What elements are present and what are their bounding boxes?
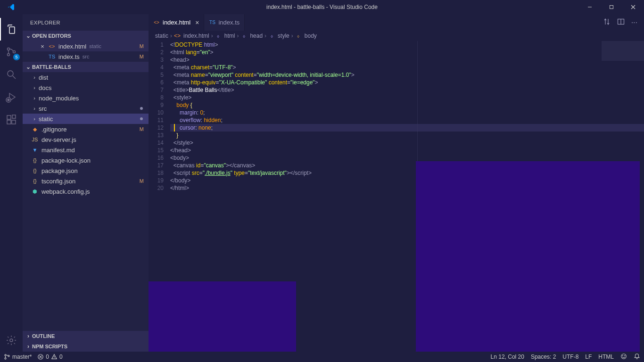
problems[interactable]: 0 0 (37, 354, 62, 360)
minimize-button[interactable] (579, 0, 601, 14)
svg-point-24 (621, 354, 627, 359)
svg-rect-11 (7, 120, 11, 124)
scm-badge: 5 (13, 54, 20, 60)
svg-point-19 (8, 355, 9, 357)
git-branch[interactable]: master* (4, 354, 32, 360)
file-item[interactable]: ◆.gitignoreM (23, 124, 149, 134)
chevron-down-icon: ⌄ (25, 64, 32, 70)
statusbar: master* 0 0 Ln 12, Col 20 Spaces: 2 UTF-… (0, 352, 644, 362)
outline-header[interactable]: ›Outline (23, 331, 149, 341)
file-icon: {} (31, 177, 39, 185)
close-icon[interactable]: × (39, 43, 46, 50)
chevron-right-icon: › (31, 95, 38, 101)
svg-point-6 (13, 51, 16, 53)
encoding[interactable]: UTF-8 (562, 354, 578, 360)
svg-line-8 (13, 76, 16, 79)
folder-item[interactable]: ›docs (23, 82, 149, 93)
chevron-right-icon: › (31, 74, 38, 80)
html-file-icon: <> (174, 33, 181, 39)
file-icon: ▼ (31, 146, 39, 154)
extensions-tab[interactable] (0, 108, 23, 131)
symbol-icon: ⬨ (295, 33, 302, 39)
sidebar: EXPLORER ⌄Open Editors × <> index.html s… (23, 14, 149, 352)
window-title: index.html - battle-balls - Visual Studi… (266, 4, 378, 10)
tab-index-ts[interactable]: TS index.ts (204, 14, 245, 31)
language-mode[interactable]: HTML (598, 354, 614, 360)
tab-index-html[interactable]: <> index.html × (149, 14, 204, 31)
file-icon: {} (31, 156, 39, 164)
chevron-right-icon: › (31, 85, 38, 90)
svg-rect-10 (7, 115, 11, 119)
scm-tab[interactable]: 5 (0, 41, 23, 63)
chevron-down-icon: ⌄ (25, 33, 32, 39)
html-file-icon: <> (48, 42, 56, 50)
search-tab[interactable] (0, 63, 23, 86)
file-item[interactable]: JSdev-server.js (23, 134, 149, 145)
titlebar: index.html - battle-balls - Visual Studi… (0, 0, 644, 14)
editor-ruler (417, 41, 418, 352)
symbol-icon: ⬨ (215, 33, 222, 39)
compare-changes-icon[interactable] (603, 18, 611, 27)
editor-tabs: <> index.html × TS index.ts ··· (149, 14, 644, 31)
workspace-header[interactable]: ⌄battle-balls (23, 62, 149, 72)
editor-pane[interactable]: 1234567891011121314151617181920 <!DOCTYP… (149, 41, 644, 352)
svg-point-7 (8, 71, 13, 76)
open-editor-item[interactable]: × <> index.html static M (23, 41, 149, 51)
svg-point-25 (622, 355, 623, 356)
file-icon: JS (31, 136, 39, 143)
editor-group: <> index.html × TS index.ts ··· static› … (149, 14, 644, 352)
folder-item[interactable]: ›static (23, 114, 149, 124)
close-icon[interactable]: × (195, 19, 199, 26)
sidebar-title: EXPLORER (23, 14, 149, 31)
svg-point-14 (10, 339, 13, 342)
indentation[interactable]: Spaces: 2 (531, 354, 556, 360)
close-button[interactable] (622, 0, 644, 14)
file-icon: ⬢ (31, 188, 39, 195)
symbol-icon: ⬨ (240, 33, 247, 39)
open-editor-item[interactable]: TS index.ts src M (23, 51, 149, 62)
symbol-icon: ⬨ (268, 33, 275, 39)
cursor-position[interactable]: Ln 12, Col 20 (491, 354, 524, 360)
settings-gear-icon[interactable] (0, 329, 23, 352)
folder-item[interactable]: ›node_modules (23, 93, 149, 103)
open-editors-header[interactable]: ⌄Open Editors (23, 31, 149, 41)
file-item[interactable]: {}tsconfig.jsonM (23, 176, 149, 186)
chevron-right-icon: › (25, 343, 32, 350)
code-content[interactable]: <!DOCTYPE html> <html lang="en"> <head> … (170, 41, 644, 352)
eol[interactable]: LF (585, 354, 592, 360)
svg-rect-1 (610, 6, 613, 9)
file-item[interactable]: {}package-lock.json (23, 155, 149, 165)
cursor-indicator (174, 124, 175, 132)
svg-point-17 (5, 354, 6, 356)
explorer-tab[interactable] (0, 18, 23, 41)
chevron-right-icon: › (31, 106, 38, 111)
svg-rect-12 (12, 120, 16, 124)
debug-tab[interactable] (0, 86, 23, 108)
html-file-icon: <> (153, 19, 160, 26)
svg-point-4 (8, 48, 10, 50)
svg-point-5 (8, 54, 10, 56)
ts-file-icon: TS (209, 19, 215, 26)
spacer (39, 53, 46, 60)
npm-scripts-header[interactable]: ›NPM Scripts (23, 341, 149, 352)
folder-item[interactable]: ›dist (23, 72, 149, 82)
line-numbers: 1234567891011121314151617181920 (149, 41, 170, 352)
svg-rect-13 (12, 115, 16, 118)
folder-item[interactable]: ›src (23, 103, 149, 114)
ts-file-icon: TS (48, 53, 56, 60)
feedback-icon[interactable] (620, 353, 627, 361)
chevron-right-icon: › (31, 116, 38, 122)
notifications-icon[interactable] (634, 353, 640, 361)
svg-point-26 (625, 355, 625, 356)
split-editor-icon[interactable] (617, 18, 625, 27)
more-actions-icon[interactable]: ··· (631, 18, 637, 27)
breadcrumb[interactable]: static› <>index.html› ⬨html› ⬨head› ⬨sty… (149, 31, 644, 41)
chevron-right-icon: › (25, 333, 32, 339)
vscode-logo-icon (0, 3, 23, 11)
file-item[interactable]: ⬢webpack.config.js (23, 186, 149, 197)
file-item[interactable]: ▼manifest.md (23, 145, 149, 155)
file-item[interactable]: {}package.json (23, 165, 149, 176)
file-icon: ◆ (31, 125, 39, 133)
maximize-button[interactable] (601, 0, 622, 14)
activity-bar: 5 (0, 14, 23, 352)
